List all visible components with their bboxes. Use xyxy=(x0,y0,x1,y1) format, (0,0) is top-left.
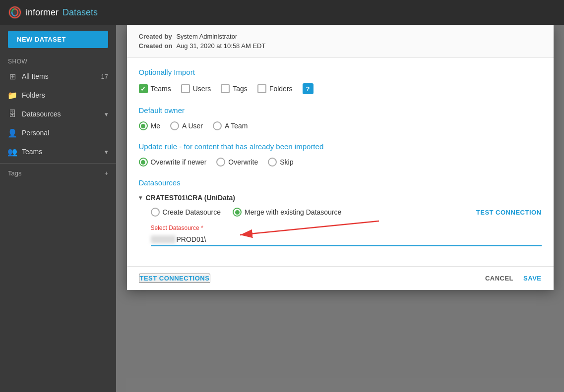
arrow-annotation-container: PROD01\ xyxy=(151,233,542,246)
show-label: Show xyxy=(0,54,116,67)
radio-skip-btn[interactable] xyxy=(268,158,277,167)
checkbox-teams[interactable]: Teams xyxy=(139,84,171,93)
app-name: informer xyxy=(26,7,59,18)
sidebar: NEW DATASET Show ⊞ All Items 17 📁 Folder… xyxy=(0,25,116,392)
modal-footer: TEST CONNECTIONS CANCEL SAVE xyxy=(127,266,554,290)
required-asterisk: * xyxy=(201,224,203,231)
select-label-text: Select Datasource xyxy=(151,224,199,231)
radio-a-team[interactable]: A Team xyxy=(213,121,248,130)
blurred-prefix xyxy=(151,235,176,243)
radio-overwrite-if-newer[interactable]: Overwrite if newer xyxy=(139,158,207,167)
radio-overwrite[interactable]: Overwrite xyxy=(216,158,258,167)
created-by-label: Created by xyxy=(139,32,177,41)
radio-a-team-label: A Team xyxy=(225,122,248,130)
help-icon[interactable]: ? xyxy=(303,83,313,94)
tags-checkbox[interactable] xyxy=(221,84,230,93)
modal-overlay: Created by System Administrator Created … xyxy=(116,25,564,392)
sidebar-item-all-items[interactable]: ⊞ All Items 17 xyxy=(0,67,116,86)
default-owner-title: Default owner xyxy=(139,106,542,114)
test-connections-button[interactable]: TEST CONNECTIONS xyxy=(139,274,211,283)
select-datasource-wrapper: Select Datasource * xyxy=(139,224,542,246)
default-owner-options: Me A User A Team xyxy=(139,121,542,130)
folders-checkbox-label: Folders xyxy=(269,85,293,93)
sidebar-label-all-items: All Items xyxy=(22,72,49,80)
sidebar-tags[interactable]: Tags + xyxy=(0,166,116,181)
sidebar-item-personal[interactable]: 👤 Personal xyxy=(0,123,116,142)
main-content-bg: Created by System Administrator Created … xyxy=(116,25,564,392)
test-connection-button[interactable]: TEST CONNECTION xyxy=(476,209,542,216)
radio-create-datasource[interactable]: Create Datasource xyxy=(151,208,221,217)
group-icon: 👥 xyxy=(8,147,17,156)
radio-create-ds-label: Create Datasource xyxy=(163,208,221,216)
import-modal: Created by System Administrator Created … xyxy=(127,25,554,290)
logo: informer Datasets xyxy=(8,5,98,19)
radio-overwrite-label: Overwrite xyxy=(228,158,258,166)
optionally-import-title: Optionally Import xyxy=(139,68,542,76)
checkbox-tags[interactable]: Tags xyxy=(221,84,248,93)
teams-checkbox[interactable] xyxy=(139,84,148,93)
informer-logo-icon xyxy=(8,5,22,19)
users-checkbox-label: Users xyxy=(193,85,211,93)
radio-overwrite-newer-label: Overwrite if newer xyxy=(151,158,207,166)
tags-label: Tags xyxy=(8,169,21,177)
radio-merge-ds-btn[interactable] xyxy=(233,208,242,217)
radio-a-user-label: A User xyxy=(182,122,203,130)
sidebar-item-teams[interactable]: 👥 Teams ▾ xyxy=(0,142,116,161)
folder-icon: 📁 xyxy=(8,91,17,100)
radio-create-ds-btn[interactable] xyxy=(151,208,160,217)
sidebar-divider xyxy=(0,163,116,164)
radio-me-label: Me xyxy=(151,122,160,130)
tags-checkbox-label: Tags xyxy=(233,85,248,93)
new-dataset-button[interactable]: NEW DATASET xyxy=(8,31,108,48)
radio-merge-ds-label: Merge with existing Datasource xyxy=(245,208,341,216)
sidebar-item-datasources[interactable]: 🗄 Datasources ▾ xyxy=(0,105,116,123)
svg-point-0 xyxy=(8,6,21,19)
modal-header-info: Created by System Administrator Created … xyxy=(127,25,554,58)
created-on-value: Aug 31, 2020 at 10:58 AM EDT xyxy=(176,41,269,51)
datasources-title: Datasources xyxy=(139,178,542,187)
modal-body: Optionally Import Teams Users xyxy=(127,58,554,266)
footer-right: CANCEL SAVE xyxy=(485,275,542,282)
datasource-options-cra: Create Datasource Merge with existing Da… xyxy=(139,208,542,217)
radio-me[interactable]: Me xyxy=(139,121,160,130)
radio-overwrite-newer-btn[interactable] xyxy=(139,158,148,167)
all-items-count: 17 xyxy=(101,73,108,80)
checkbox-folders[interactable]: Folders xyxy=(257,84,293,93)
checkbox-users[interactable]: Users xyxy=(181,84,211,93)
datasource-header-cra[interactable]: ▾ CRATEST01\CRA (UniData) xyxy=(139,194,542,202)
datasources-section: Datasources ▾ CRATEST01\CRA (UniData) C xyxy=(139,178,542,246)
app-subtitle: Datasets xyxy=(63,7,98,18)
tags-plus-icon[interactable]: + xyxy=(104,169,108,177)
update-rule-options: Overwrite if newer Overwrite Skip xyxy=(139,158,542,167)
radio-me-btn[interactable] xyxy=(139,121,148,130)
teams-checkbox-label: Teams xyxy=(151,85,171,93)
radio-a-user[interactable]: A User xyxy=(170,121,203,130)
top-bar: informer Datasets xyxy=(0,0,564,25)
save-button[interactable]: SAVE xyxy=(523,275,541,282)
cancel-button[interactable]: CANCEL xyxy=(485,275,513,282)
radio-skip[interactable]: Skip xyxy=(268,158,293,167)
sidebar-label-folders: Folders xyxy=(22,91,45,99)
sidebar-label-datasources: Datasources xyxy=(22,110,61,118)
select-datasource-label: Select Datasource * xyxy=(151,224,542,231)
folders-checkbox[interactable] xyxy=(257,84,266,93)
datasources-arrow: ▾ xyxy=(105,111,108,118)
radio-a-user-btn[interactable] xyxy=(170,121,179,130)
radio-a-team-btn[interactable] xyxy=(213,121,222,130)
users-checkbox[interactable] xyxy=(181,84,190,93)
sidebar-label-teams: Teams xyxy=(22,148,42,156)
update-rule-title: Update rule - for content that has alrea… xyxy=(139,142,542,151)
collapse-arrow-icon: ▾ xyxy=(139,194,142,201)
teams-arrow: ▾ xyxy=(105,148,108,156)
select-datasource-display[interactable]: PROD01\ xyxy=(151,233,542,246)
radio-overwrite-btn[interactable] xyxy=(216,158,225,167)
radio-skip-label: Skip xyxy=(280,158,293,166)
sidebar-item-folders[interactable]: 📁 Folders xyxy=(0,86,116,105)
database-icon: 🗄 xyxy=(8,110,17,118)
datasource-name-cra: CRATEST01\CRA (UniData) xyxy=(146,194,235,202)
sidebar-label-personal: Personal xyxy=(22,129,49,137)
created-on-label: Created on xyxy=(139,41,177,51)
datasource-item-cra: ▾ CRATEST01\CRA (UniData) Create Datasou… xyxy=(139,194,542,246)
radio-merge-datasource[interactable]: Merge with existing Datasource xyxy=(233,208,341,217)
modal-scroll-area[interactable]: Created by System Administrator Created … xyxy=(127,25,554,266)
